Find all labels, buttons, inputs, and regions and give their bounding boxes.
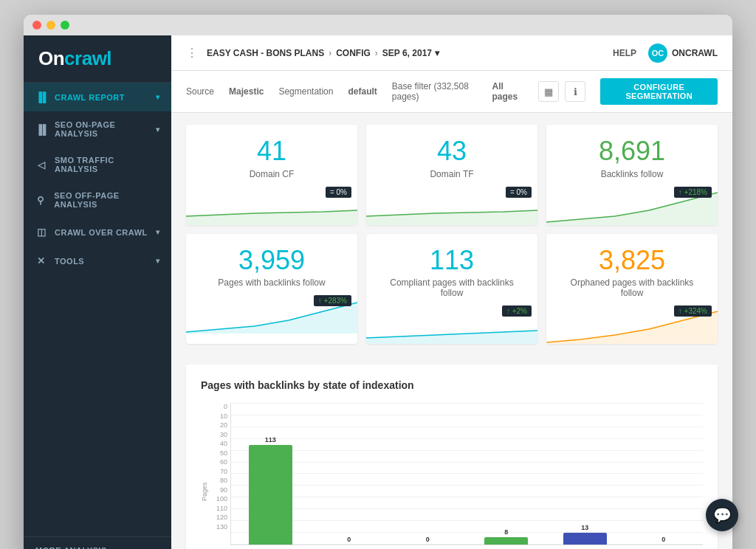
- x-label-indexable: Indexable pages: [230, 545, 309, 549]
- y-label-70: 70: [208, 468, 230, 475]
- bars-wrapper: 113 0 0: [230, 403, 703, 545]
- stat-card-domain-tf: 43 Domain TF = 0%: [366, 125, 537, 225]
- breadcrumb-project[interactable]: EASY CASH - BONS PLANS: [207, 48, 324, 58]
- sidebar-item-seo-off-page[interactable]: ⚲ SEO OFF-PAGE ANALYSIS: [24, 182, 171, 218]
- sidebar-item-smo-traffic[interactable]: ◁ SMO TRAFFIC ANALYSIS: [24, 147, 171, 182]
- source-value: Majestic: [229, 86, 264, 97]
- stat-chart-backlinks-follow: ↑ +218%: [546, 187, 718, 225]
- y-label-130: 130: [208, 523, 230, 531]
- sidebar: Oncrawl ▐▌ CRAWL REPORT ▾ ▐▌ SEO ON-PAGE…: [24, 35, 171, 549]
- sidebar-item-tools[interactable]: ✕ TOOLS ▾: [24, 246, 171, 275]
- stat-chart-pages-backlinks: ↑ +283%: [186, 295, 357, 334]
- segmentation-value: default: [348, 86, 377, 97]
- sidebar-item-label-3: SMO TRAFFIC ANALYSIS: [55, 156, 159, 173]
- bar-value-3xx: 13: [581, 524, 588, 531]
- x-label-4xx: 4xx: [624, 545, 703, 549]
- stat-badge-orphaned-pages: ↑ +324%: [674, 305, 712, 317]
- x-label-3xx: 3xx: [546, 545, 625, 549]
- chart-bars-area: 130 120 110 100 90 80 70 60 50 40 30: [208, 403, 703, 545]
- stat-card-pages-backlinks: 3,959 Pages with backlinks follow ↑ +283…: [186, 234, 357, 345]
- sidebar-item-more-analysis[interactable]: MORE ANALYSIS ▾: [24, 537, 171, 549]
- chevron-down-icon-5: ▾: [156, 547, 160, 550]
- bar-chart-icon-2: ▐▌: [35, 124, 47, 135]
- logo-area: Oncrawl: [24, 35, 171, 83]
- stat-badge-compliant-pages: ↑ +2%: [502, 305, 532, 317]
- stat-badge-domain-cf: = 0%: [326, 187, 351, 198]
- stat-chart-compliant-pages: ↑ +2%: [366, 305, 537, 344]
- stat-badge-domain-tf: = 0%: [506, 187, 532, 198]
- sidebar-bottom: MORE ANALYSIS ▾: [24, 536, 171, 549]
- bar-chart-icon: ▐▌: [35, 92, 47, 103]
- table-view-button[interactable]: ▦: [538, 81, 559, 102]
- avatar: OC: [648, 44, 667, 63]
- compare-icon: ◫: [35, 227, 47, 238]
- stat-label-orphaned-pages: Orphaned pages with backlinks follow: [558, 277, 706, 298]
- bar-group-3xx: 13: [546, 524, 625, 545]
- sidebar-item-crawl-over-crawl[interactable]: ◫ CRAWL OVER CRAWL ▾: [24, 218, 171, 246]
- app-layout: Oncrawl ▐▌ CRAWL REPORT ▾ ▐▌ SEO ON-PAGE…: [24, 35, 732, 549]
- stat-chart-domain-tf: = 0%: [366, 187, 537, 225]
- minimize-button[interactable]: [47, 21, 55, 30]
- filter-icons: ▦ ℹ: [538, 81, 585, 102]
- chart-inner: 130 120 110 100 90 80 70 60 50 40 30: [208, 403, 703, 549]
- breadcrumb-date[interactable]: SEP 6, 2017 ▾: [382, 48, 439, 58]
- user-badge[interactable]: OC ONCRAWL: [648, 44, 718, 63]
- stat-value-compliant-pages: 113: [378, 246, 526, 275]
- chart-area-wrapper: Pages 130 120 110 100 90 80 70 60: [201, 403, 703, 549]
- sidebar-item-label-4: SEO OFF-PAGE ANALYSIS: [54, 191, 159, 209]
- bar-value-indexable: 113: [265, 436, 276, 443]
- bar-value-robots: 0: [347, 536, 351, 543]
- y-label-90: 90: [208, 486, 230, 494]
- configure-segmentation-button[interactable]: CONFIGURE SEGMENTATION: [600, 78, 718, 105]
- y-label-60: 60: [208, 458, 230, 466]
- breadcrumb: EASY CASH - BONS PLANS › CONFIG › SEP 6,…: [207, 48, 439, 58]
- stat-badge-pages-backlinks: ↑ +283%: [314, 295, 351, 306]
- stat-card-domain-cf: 41 Domain CF = 0%: [186, 125, 357, 225]
- bar-canonical: [484, 537, 528, 545]
- y-axis: 130 120 110 100 90 80 70 60 50 40 30: [208, 403, 230, 545]
- date-value: SEP 6, 2017: [382, 48, 432, 58]
- maximize-button[interactable]: [61, 21, 69, 30]
- titlebar: [24, 15, 732, 35]
- stat-value-domain-tf: 43: [378, 137, 526, 166]
- y-label-100: 100: [208, 495, 230, 503]
- stat-value-backlinks-follow: 8,691: [558, 137, 706, 166]
- chevron-down-icon-2: ▾: [156, 125, 160, 134]
- y-label-110: 110: [208, 505, 230, 512]
- logo-crawl: crawl: [64, 47, 111, 69]
- chart-title: Pages with backlinks by state of indexat…: [201, 379, 703, 391]
- tools-icon: ✕: [35, 255, 47, 266]
- grid-line: [231, 427, 703, 427]
- y-label-0: 0: [208, 403, 230, 410]
- sidebar-item-label-5: CRAWL OVER CRAWL: [55, 228, 148, 237]
- chat-button[interactable]: 💬: [706, 499, 738, 531]
- chat-icon: 💬: [713, 506, 732, 524]
- info-button[interactable]: ℹ: [565, 81, 585, 102]
- chevron-down-icon-3: ▾: [156, 228, 160, 236]
- breadcrumb-config[interactable]: CONFIG: [336, 48, 371, 58]
- stat-label-pages-backlinks: Pages with backlinks follow: [198, 277, 346, 288]
- y-label-20: 20: [208, 421, 230, 429]
- topbar: ⋮ EASY CASH - BONS PLANS › CONFIG › SEP …: [171, 35, 732, 71]
- y-label-30: 30: [208, 431, 230, 438]
- bar-group-canonical: 8: [467, 528, 546, 545]
- stat-badge-backlinks-follow: ↑ +218%: [674, 187, 712, 198]
- base-filter-value: All pages: [492, 81, 524, 102]
- date-chevron: ▾: [435, 48, 439, 58]
- share-icon: ◁: [35, 159, 47, 170]
- sidebar-item-seo-on-page[interactable]: ▐▌ SEO ON-PAGE ANALYSIS ▾: [24, 111, 171, 147]
- sidebar-item-crawl-report[interactable]: ▐▌ CRAWL REPORT ▾: [24, 83, 171, 111]
- stat-label-compliant-pages: Compliant pages with backlinks follow: [378, 277, 526, 298]
- y-label-10: 10: [208, 412, 230, 420]
- user-label: ONCRAWL: [672, 48, 718, 58]
- bar-group-4xx: 0: [625, 536, 704, 545]
- close-button[interactable]: [32, 21, 41, 30]
- source-label: Source: [186, 86, 214, 97]
- filter-bar: Source Majestic Segmentation default Bas…: [171, 71, 732, 113]
- stat-chart-orphaned-pages: ↑ +324%: [546, 305, 718, 344]
- y-label-80: 80: [208, 477, 230, 484]
- sidebar-item-label-2: SEO ON-PAGE ANALYSIS: [55, 120, 156, 138]
- stats-container: 41 Domain CF = 0% 43 Domain: [171, 113, 732, 365]
- help-link[interactable]: HELP: [613, 48, 636, 58]
- stat-chart-domain-cf: = 0%: [186, 187, 357, 225]
